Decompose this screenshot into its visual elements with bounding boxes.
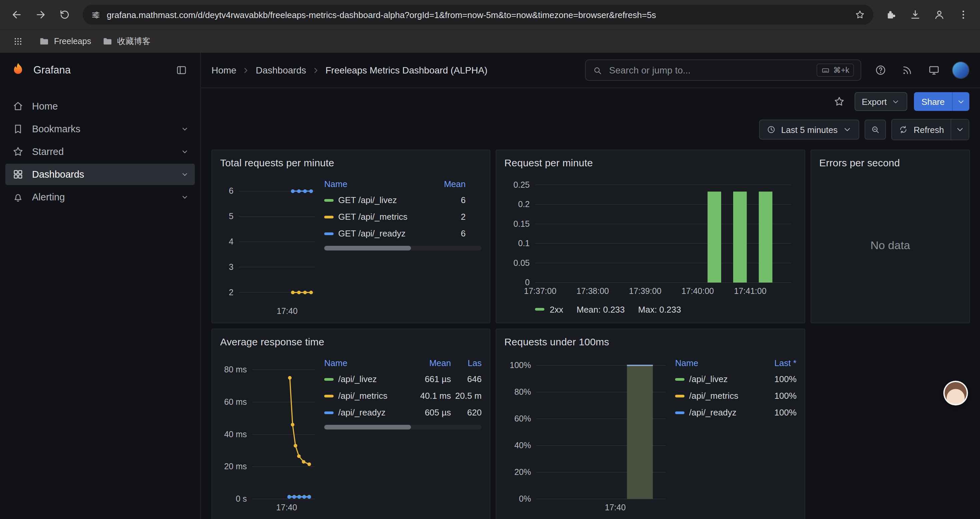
apps-grid-icon[interactable] [8, 31, 28, 51]
share-button[interactable]: Share [914, 92, 952, 111]
svg-text:17:41:00: 17:41:00 [734, 286, 767, 295]
dock-menu-icon[interactable] [172, 61, 191, 80]
panel-title[interactable]: Total requests per minute [220, 156, 482, 170]
legend-row[interactable]: /api/_readyz 605 µs 620 [324, 404, 482, 421]
chevron-down-icon [955, 125, 965, 134]
breadcrumb-home[interactable]: Home [212, 65, 237, 75]
legend-row[interactable]: /api/_metrics 40.1 ms 20.5 m [324, 387, 482, 404]
svg-text:4: 4 [229, 237, 234, 246]
svg-text:17:40: 17:40 [605, 503, 626, 512]
chevron-down-icon[interactable] [180, 124, 189, 134]
legend-row[interactable]: /api/_livez 100% [675, 371, 797, 387]
scrollbar-thumb[interactable] [324, 425, 411, 430]
bookmark-folder-blogs[interactable]: 收藏博客 [102, 36, 150, 47]
grafana-logo[interactable] [10, 61, 27, 79]
bar-chart[interactable]: 0.250.20.150.10.05017:37:0017:38:0017:39… [504, 174, 797, 297]
panel-title[interactable]: Request per minute [504, 156, 797, 170]
url-bar[interactable]: grafana.mathmast.com/d/deytv4rwavabkb/fr… [83, 5, 873, 25]
menu-kebab-icon[interactable] [953, 5, 973, 25]
scrollbar-thumb[interactable] [324, 246, 411, 251]
favorite-star-icon[interactable] [830, 93, 848, 110]
help-icon[interactable] [872, 61, 889, 79]
reload-button[interactable] [55, 5, 75, 25]
rss-icon[interactable] [899, 61, 916, 79]
profile-icon[interactable] [929, 5, 949, 25]
sidebar-header: Grafana [0, 53, 200, 88]
legend-row[interactable]: GET /api/_metrics 2 [324, 208, 482, 225]
legend-table: Name Mean Las /api/_livez 661 µs 646 /ap… [324, 353, 482, 519]
legend-row[interactable]: /api/_livez 661 µs 646 [324, 371, 482, 387]
svg-text:0 s: 0 s [236, 494, 247, 503]
bookmark-star-icon[interactable] [854, 10, 865, 20]
series-swatch [675, 411, 684, 414]
legend-col-mean[interactable]: Mean [428, 179, 466, 189]
refresh-split-button: Refresh [892, 119, 969, 140]
search-input[interactable] [608, 64, 811, 76]
breadcrumb-current: Freeleaps Metrics Dashboard (ALPHA) [326, 65, 488, 75]
breadcrumb-dashboards[interactable]: Dashboards [256, 65, 306, 75]
chevron-down-icon[interactable] [180, 170, 189, 179]
chevron-right-icon [242, 66, 250, 75]
forward-button[interactable] [31, 5, 51, 25]
legend-col-name[interactable]: Name [675, 358, 758, 368]
url-text: grafana.mathmast.com/d/deytv4rwavabkb/fr… [107, 10, 849, 20]
extensions-icon[interactable] [881, 5, 901, 25]
dashboard-grid: Total requests per minute 6543217:40 Nam… [201, 150, 980, 519]
legend-col-last[interactable]: Las [451, 358, 482, 368]
legend[interactable]: 2xx Mean: 0.233 Max: 0.233 [504, 301, 797, 317]
sidebar-item-starred[interactable]: Starred [5, 141, 195, 162]
sidebar-item-alerting[interactable]: Alerting [5, 186, 195, 208]
time-range-picker[interactable]: Last 5 minutes [759, 120, 859, 140]
svg-text:0.05: 0.05 [513, 258, 530, 268]
svg-text:17:39:00: 17:39:00 [629, 286, 662, 295]
legend-row[interactable]: /api/_metrics 100% [675, 387, 797, 404]
bookmark-folder-freeleaps[interactable]: Freeleaps [39, 36, 91, 47]
legend-col-mean[interactable]: Mean [411, 358, 451, 368]
legend-col-last[interactable]: Last * [758, 358, 797, 368]
site-settings-icon[interactable] [91, 10, 101, 20]
chevron-right-icon [312, 66, 320, 75]
chevron-down-icon[interactable] [180, 147, 189, 156]
refresh-button[interactable]: Refresh [892, 120, 951, 140]
chevron-down-icon[interactable] [180, 192, 189, 202]
refresh-interval-chevron[interactable] [951, 120, 969, 140]
svg-text:40%: 40% [514, 441, 531, 450]
svg-text:100%: 100% [510, 360, 531, 370]
home-icon [12, 100, 24, 112]
panel-title[interactable]: Average response time [220, 335, 482, 349]
export-button[interactable]: Export [854, 92, 907, 111]
svg-text:80 ms: 80 ms [224, 365, 247, 374]
user-avatar[interactable] [952, 61, 969, 79]
refresh-icon [899, 125, 908, 134]
legend-scrollbar[interactable] [324, 246, 482, 251]
sidebar-item-home[interactable]: Home [5, 96, 195, 117]
header-icons [872, 61, 969, 79]
svg-text:6: 6 [229, 186, 234, 195]
timeseries-chart[interactable]: 6543217:40 [220, 174, 320, 317]
chevron-down-icon [892, 97, 900, 106]
timeseries-chart[interactable]: 80 ms60 ms40 ms20 ms0 s17:40 [220, 353, 320, 514]
sidebar-item-dashboards[interactable]: Dashboards [5, 164, 195, 185]
sidebar-item-bookmarks[interactable]: Bookmarks [5, 118, 195, 140]
series-swatch [324, 378, 334, 380]
search-bar[interactable]: ⌘+k [585, 59, 861, 81]
folder-icon [39, 36, 49, 47]
back-button[interactable] [7, 5, 27, 25]
legend-col-name[interactable]: Name [324, 358, 411, 368]
legend-scrollbar[interactable] [324, 425, 482, 430]
bookmark-label: Freeleaps [54, 37, 91, 46]
legend-row[interactable]: GET /api/_livez 6 [324, 192, 482, 208]
monitor-icon[interactable] [925, 61, 943, 79]
svg-text:20 ms: 20 ms [224, 462, 247, 471]
assistant-avatar[interactable] [943, 381, 968, 406]
downloads-icon[interactable] [905, 5, 925, 25]
legend-row[interactable]: GET /api/_readyz 6 [324, 225, 482, 242]
share-menu-chevron[interactable] [952, 92, 969, 111]
legend-col-name[interactable]: Name [324, 179, 428, 189]
bar-chart[interactable]: 100%80%60%40%20%0%17:40 [504, 353, 671, 514]
zoom-out-button[interactable] [865, 120, 886, 140]
panel-title[interactable]: Requests under 100ms [504, 335, 797, 349]
panel-title[interactable]: Errors per second [819, 156, 961, 170]
apps-icon [12, 168, 24, 180]
legend-row[interactable]: /api/_readyz 100% [675, 404, 797, 421]
